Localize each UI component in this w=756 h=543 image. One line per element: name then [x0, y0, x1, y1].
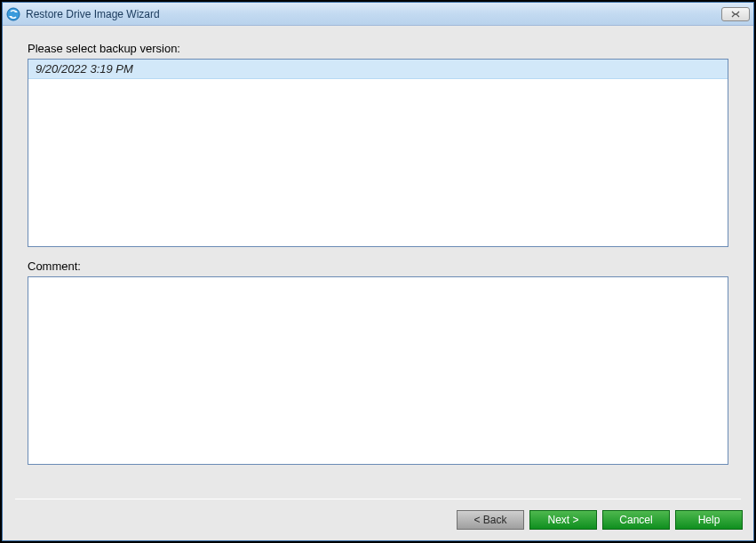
close-icon: [730, 11, 741, 18]
cancel-button[interactable]: Cancel: [602, 510, 670, 530]
next-button[interactable]: Next >: [529, 510, 597, 530]
window-title: Restore Drive Image Wizard: [26, 8, 721, 20]
content-area: Please select backup version: 9/20/2022 …: [3, 26, 753, 490]
titlebar: Restore Drive Image Wizard: [3, 3, 753, 26]
footer: < Back Next > Cancel Help: [3, 490, 753, 540]
button-row: < Back Next > Cancel Help: [13, 510, 743, 530]
app-icon: [6, 7, 20, 21]
close-button[interactable]: [721, 7, 750, 21]
window-inner: Restore Drive Image Wizard Please select…: [2, 2, 754, 541]
comment-label: Comment:: [28, 260, 728, 273]
separator: [15, 499, 741, 499]
help-button[interactable]: Help: [675, 510, 743, 530]
backup-version-list[interactable]: 9/20/2022 3:19 PM: [28, 59, 728, 247]
app-window: Restore Drive Image Wizard Please select…: [0, 0, 756, 543]
select-version-label: Please select backup version:: [28, 42, 728, 55]
back-button[interactable]: < Back: [457, 510, 524, 530]
backup-version-item[interactable]: 9/20/2022 3:19 PM: [28, 60, 728, 79]
comment-input[interactable]: [28, 276, 728, 465]
